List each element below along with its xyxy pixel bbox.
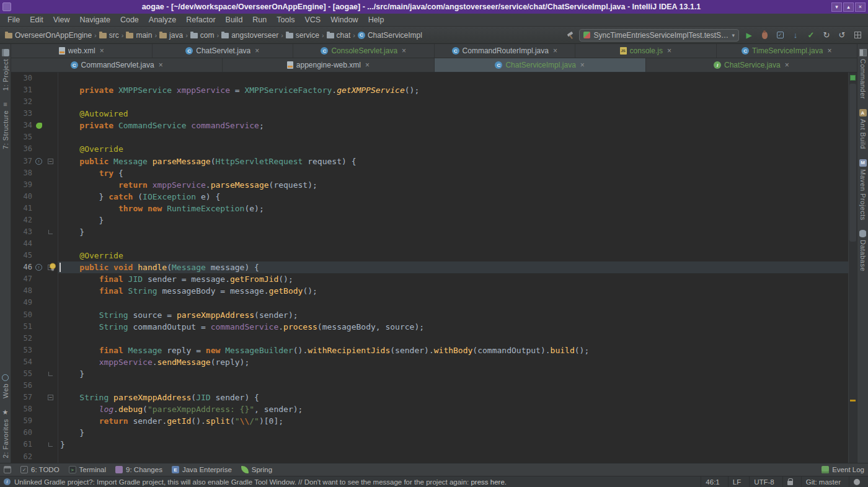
fold-column[interactable] [45,120,56,131]
lock-indicator[interactable] [782,476,797,487]
code-text[interactable]: @Override [58,250,848,261]
line-number[interactable]: 36 [11,143,32,155]
code-text[interactable]: return xmppService.parseMessage(request)… [58,179,848,191]
tool-button-terminal[interactable]: >Terminal [69,466,106,473]
line-number[interactable]: 40 [11,191,32,203]
gutter-line-54[interactable]: 54 [11,356,58,368]
line-number[interactable]: 50 [11,309,32,321]
breadcrumb-main[interactable]: main [126,31,152,40]
line-number[interactable]: 48 [11,285,32,297]
gutter-line-47[interactable]: 47 [11,273,58,285]
tool-button-6-todo[interactable]: ✓6: TODO [20,466,60,473]
tab-close-icon[interactable]: × [553,46,557,55]
fold-column[interactable] [45,415,56,427]
menu-build[interactable]: Build [221,14,248,25]
highlighting-level-indicator[interactable] [849,476,864,487]
line-number[interactable]: 35 [11,131,32,143]
gutter-line-53[interactable]: 53 [11,344,58,356]
debug-button[interactable] [759,30,770,41]
code-text[interactable]: private XMPPService xmppService = XMPPSe… [58,84,848,96]
inspection-status-indicator[interactable] [850,75,856,81]
breadcrumb-chatserviceimpl[interactable]: CChatServiceImpl [358,31,422,40]
tool-button-java-enterprise[interactable]: EJava Enterprise [172,466,232,473]
vcs-branch-indicator[interactable]: Git: master [801,476,845,487]
breadcrumb-overseeronappengine[interactable]: OverseerOnAppEngine [5,31,92,40]
fold-column[interactable] [45,380,56,392]
code-text[interactable]: final String messageBody = message.getBo… [58,285,848,297]
code-text[interactable] [58,380,848,392]
undo-button[interactable]: ↺ [836,30,848,41]
fold-column[interactable] [45,321,56,333]
line-number[interactable]: 60 [11,427,32,439]
code-text[interactable]: } catch (IOException e) { [58,191,848,203]
line-number[interactable]: 46 [11,261,32,273]
intention-bulb-icon[interactable] [49,263,56,274]
line-number[interactable]: 59 [11,415,32,427]
tab-close-icon[interactable]: × [365,61,370,69]
line-number[interactable]: 57 [11,392,32,403]
gutter-line-45[interactable]: 45 [11,250,58,261]
code-text[interactable] [58,238,848,250]
fold-column[interactable] [45,344,56,356]
gutter-line-50[interactable]: 50 [11,309,58,321]
code-text[interactable] [58,451,848,463]
line-number[interactable]: 42 [11,214,32,226]
fold-column[interactable]: − [45,156,56,167]
fold-column[interactable] [45,250,56,261]
warning-stripe-mark[interactable] [850,400,856,401]
fold-column[interactable] [45,96,56,108]
fold-column[interactable] [45,238,56,250]
fold-column[interactable] [45,439,56,450]
tool-window-button-web[interactable]: Web [2,369,9,403]
menu-vcs[interactable]: VCS [299,14,326,25]
gutter-line-44[interactable]: 44 [11,238,58,250]
line-number[interactable]: 30 [11,72,32,84]
vcs-commit-button[interactable]: ✓ [805,30,817,41]
code-text[interactable]: return sender.getId().split("\\/")[0]; [58,415,848,427]
menu-view[interactable]: View [48,14,75,25]
fold-end-icon[interactable] [48,230,53,234]
fold-column[interactable] [45,131,56,143]
fold-column[interactable] [45,403,56,415]
fold-column[interactable] [45,427,56,439]
gutter-line-59[interactable]: 59 [11,415,58,427]
tab-close-icon[interactable]: × [580,61,585,69]
fold-column[interactable] [45,167,56,179]
tab-appengine-web-xml[interactable]: appengine-web.xml× [223,58,434,72]
line-number[interactable]: 34 [11,120,32,131]
gutter-line-31[interactable]: 31 [11,84,58,96]
breadcrumb-angstoverseer[interactable]: angstoverseer [221,31,278,40]
gutter-line-56[interactable]: 56 [11,380,58,392]
line-number[interactable]: 53 [11,344,32,356]
tool-window-button-2-favorites[interactable]: ★2: Favorites [2,403,9,463]
make-project-icon[interactable] [567,31,575,39]
fold-collapse-icon[interactable]: − [48,159,53,164]
scrollbar-thumb[interactable] [849,84,856,242]
fold-collapse-icon[interactable]: − [48,395,53,400]
code-text[interactable]: public void handle(Message message) { [58,261,848,273]
fold-column[interactable] [45,297,56,309]
code-text[interactable]: try { [58,167,848,179]
line-number[interactable]: 32 [11,96,32,108]
fold-column[interactable]: − [45,392,56,403]
gutter-line-62[interactable]: 62 [11,451,58,463]
gutter-line-55[interactable]: 55 [11,368,58,380]
code-text[interactable]: } [58,214,848,226]
toolwindows-switcher-icon[interactable] [4,466,11,473]
gutter-line-43[interactable]: 43 [11,226,58,238]
breadcrumb-service[interactable]: service [286,31,319,40]
tab-timeserviceimpl-java[interactable]: CTimeServiceImpl.java× [717,44,857,58]
line-number[interactable]: 41 [11,203,32,214]
fold-end-icon[interactable] [48,372,53,376]
tab-web-xml[interactable]: web.xml× [11,44,153,58]
window-menu-icon[interactable] [2,2,11,11]
tab-commandservlet-java[interactable]: CCommandServlet.java× [11,58,223,72]
menu-analyze[interactable]: Analyze [144,14,181,25]
tab-commandrouterimpl-java[interactable]: CCommandRouterImpl.java× [435,44,576,58]
fold-column[interactable] [45,273,56,285]
line-number[interactable]: 33 [11,108,32,120]
tab-consoleservlet-java[interactable]: CConsoleServlet.java× [293,44,435,58]
fold-end-icon[interactable] [48,442,53,447]
fold-column[interactable] [45,333,56,344]
code-text[interactable]: private CommandService commandService; [58,120,848,131]
